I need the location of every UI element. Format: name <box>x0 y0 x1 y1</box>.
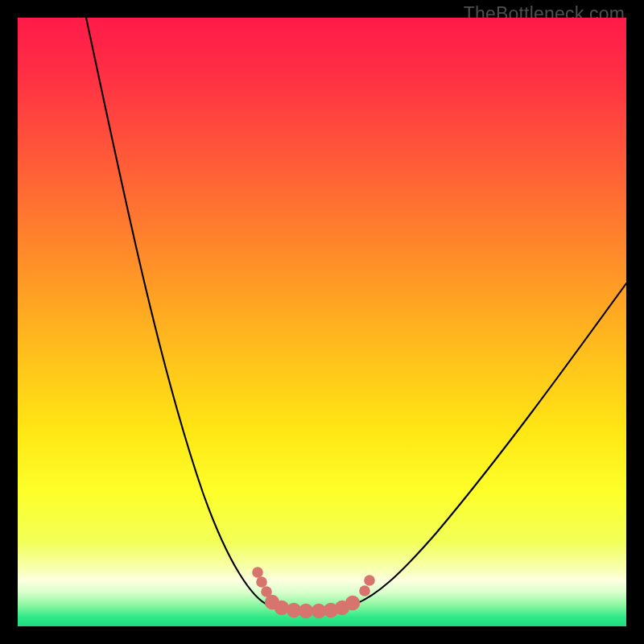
highlight-dot <box>359 585 370 597</box>
chart-svg <box>18 18 626 626</box>
outer-frame: TheBottleneck.com <box>0 0 644 644</box>
highlight-dot <box>256 576 267 588</box>
highlight-dot <box>364 575 375 586</box>
highlight-dot <box>299 604 313 618</box>
highlight-dot <box>252 567 263 578</box>
gradient-background <box>18 18 626 626</box>
plot-area <box>18 18 626 626</box>
highlight-dot <box>345 596 360 610</box>
